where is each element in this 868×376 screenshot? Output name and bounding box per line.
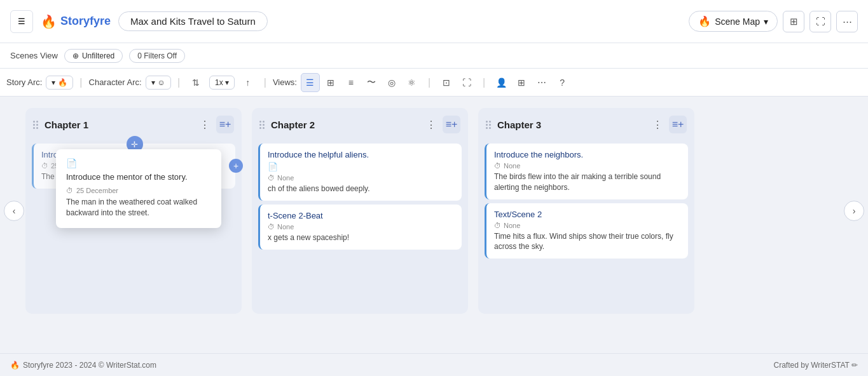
clock-icon-4: ⏱ [494,162,501,170]
views-label: Views: [273,77,297,87]
header: ☰ 🔥 Storyfyre Max and Kits Travel to Sat… [0,0,868,43]
expand-icon: ⛶ [816,16,825,27]
scene-card-2[interactable]: Introduce the helpful aliens. 📄 ⏱ None c… [258,144,462,201]
character-arc-label: Character Arc: [89,77,142,87]
filters-off-badge: 0 Filters Off [129,49,185,63]
chapter-3-header: Chapter 3 ⋮ ≡+ [478,108,694,140]
logo-icon: 🔥 [41,14,57,29]
chapter-2-add[interactable]: ≡+ [443,116,460,133]
story-arc-select[interactable]: ▾ 🔥 [46,76,73,90]
scene-3-date-none: None [277,223,294,231]
unfiltered-button[interactable]: ⊕ Unfiltered [64,49,123,63]
zoom-select[interactable]: 1x ▾ [209,76,235,90]
logo: 🔥 Storyfyre [41,14,111,29]
scene-3-title: t-Scene 2-Beat [268,211,454,220]
hover-card-date: ⏱ 25 December [66,187,211,194]
left-arrow-icon: ‹ [13,206,16,216]
document-title[interactable]: Max and Kits Travel to Saturn [118,11,268,31]
chapter-1-column: Chapter 1 ⋮ ≡+ ✛ Introduce the mentor of… [25,108,242,314]
scene-5-text: Time hits a flux. Wind ships show their … [494,231,680,253]
scene-1-add-right[interactable]: + [229,159,243,173]
expand-view-button[interactable]: ⛶ [457,73,476,92]
list-view-button[interactable]: ☰ [301,73,320,92]
hover-tooltip-card: 📄 Introduce the mentor of the story. ⏱ 2… [56,149,221,228]
view-toolbar: Story Arc: ▾ 🔥 | Character Arc: ▾ ☺ | ⇅ … [0,69,868,97]
scene-5-none: None [504,222,520,229]
separator-1: | [77,77,85,88]
more-icon: ⋯ [843,16,852,27]
chapter-2-header: Chapter 2 ⋮ ≡+ [252,108,468,140]
nav-right-button[interactable]: › [844,201,864,221]
scene-card-4[interactable]: Introduce the neighbors. ⏱ None The bird… [485,144,688,199]
footer-right: Crafted by WriterSTAT ✏ [774,361,858,370]
target-view-button[interactable]: ◎ [382,73,401,92]
scene-4-meta: ⏱ None [494,162,680,170]
chapter-3-title: Chapter 3 [497,119,646,130]
layout-button[interactable]: ⊡ [437,73,456,92]
scene-2-date-none: None [277,174,294,182]
scene-4-title: Introduce the neighbors. [494,150,680,159]
more-views-button[interactable]: ⋯ [532,73,551,92]
grid-view-small-button[interactable]: ⊞ [321,73,340,92]
story-arc-label: Story Arc: [6,77,42,87]
chapter-2-drag-handle [259,121,265,129]
scenes-toolbar: Scenes View ⊕ Unfiltered 0 Filters Off [0,43,868,69]
story-arc-chevron: ▾ [52,78,55,87]
right-arrow-icon: › [853,206,856,216]
scene-3-text: x gets a new spaceship! [268,232,454,243]
hover-doc-icon: 📄 [66,158,211,168]
chapter-1-menu[interactable]: ⋮ [197,117,212,132]
clock-icon-2: ⏱ [268,174,275,182]
zoom-up-button[interactable]: ↑ [238,73,258,92]
menu-button[interactable]: ☰ [10,10,33,33]
chapter-3-drag-handle [486,121,491,129]
clock-icon-3: ⏱ [268,223,275,231]
scene-4-text: The birds flew into the air making a ter… [494,171,680,193]
atom-view-button[interactable]: ⚛ [403,73,422,92]
view-icons: ☰ ⊞ ≡ 〜 ◎ ⚛ [301,73,422,92]
scene-3-meta: ⏱ None [268,223,454,231]
footer-logo-icon: 🔥 [10,361,20,370]
menu-icon: ☰ [18,17,25,26]
header-actions: 🔥 Scene Map ▾ ⊞ ⛶ ⋯ [689,11,858,32]
chapter-1-header: Chapter 1 ⋮ ≡+ [25,108,242,140]
scene-map-button[interactable]: 🔥 Scene Map ▾ [689,11,778,32]
scene-map-fire-icon: 🔥 [698,15,711,27]
chapter-3-column: Chapter 3 ⋮ ≡+ Introduce the neighbors. … [478,108,694,314]
fullscreen-button[interactable]: ⛶ [809,11,831,32]
columns-view-button[interactable]: ≡ [341,73,361,92]
separator-3: | [261,77,269,88]
scenes-view-label: Scenes View [10,51,58,60]
zoom-chevron: ▾ [225,78,229,87]
sort-button[interactable]: ⇅ [186,73,205,92]
nav-left-button[interactable]: ‹ [4,201,24,221]
scene-card-5[interactable]: Text/Scene 2 ⏱ None Time hits a flux. Wi… [485,203,688,259]
char-arc-chevron: ▾ [151,78,155,87]
scene-map-chevron: ▾ [764,17,768,27]
chapter-2-column: Chapter 2 ⋮ ≡+ Introduce the helpful ali… [252,108,468,314]
character-arc-select[interactable]: ▾ ☺ [146,76,171,90]
chapter-1-add[interactable]: ≡+ [216,116,234,133]
scene-2-text: ch of the aliens bowed deeply. [268,184,454,194]
chapter-3-add[interactable]: ≡+ [669,116,687,133]
separator-2: | [175,77,183,88]
person-icon-button[interactable]: 👤 [492,73,511,92]
grid-view-button[interactable]: ⊞ [783,11,804,32]
help-button[interactable]: ? [553,73,572,92]
scene-5-title: Text/Scene 2 [494,210,680,219]
wave-view-button[interactable]: 〜 [362,73,381,92]
scene-card-3[interactable]: t-Scene 2-Beat ⏱ None x gets a new space… [258,205,462,250]
chapter-3-menu[interactable]: ⋮ [650,117,665,132]
more-options-button[interactable]: ⋯ [836,11,858,32]
chapter-1-drag-handle [33,121,38,129]
footer-crafted: Crafted by WriterSTAT ✏ [774,361,858,370]
footer-left: 🔥 Storyfyre 2023 - 2024 © WriterStat.com [10,361,156,370]
filter-icon: ⊕ [72,51,79,60]
clock-icon-1: ⏱ [41,162,48,170]
tiles-button[interactable]: ⊞ [512,73,531,92]
footer-copyright: Storyfyre 2023 - 2024 © WriterStat.com [23,361,156,370]
chapter-2-title: Chapter 2 [271,119,420,130]
chapter-2-menu[interactable]: ⋮ [424,117,439,132]
story-arc-fire-icon: 🔥 [58,78,67,87]
scene-2-title: Introduce the helpful aliens. [268,150,454,159]
